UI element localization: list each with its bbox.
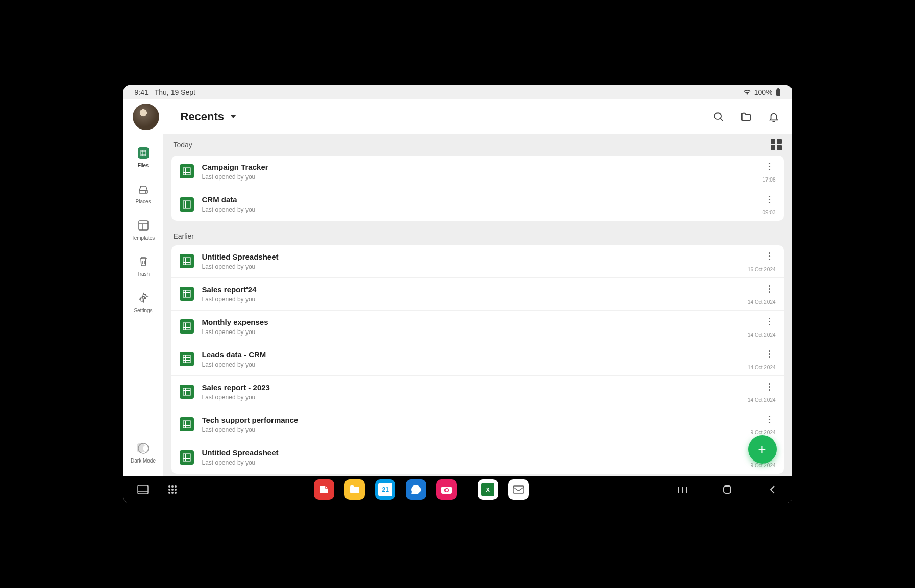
section-header: Earlier [163,227,792,245]
battery-icon [776,88,781,96]
svg-line-3 [720,118,723,121]
svg-rect-43 [183,421,190,428]
svg-point-9 [145,191,146,192]
svg-point-57 [171,489,174,491]
file-subtitle: Last opened by you [202,206,763,213]
add-button[interactable]: + [748,435,777,464]
file-row[interactable]: Sales report - 2023Last opened by you14 … [171,376,784,408]
more-options-button[interactable] [763,414,776,426]
sidebar-item-files[interactable]: Files [128,143,159,170]
file-row[interactable]: Monthly expensesLast opened by you14 Oct… [171,311,784,343]
dock-toggle-icon[interactable] [136,482,150,497]
sidebar-item-settings[interactable]: Settings [128,288,159,315]
view-selector[interactable]: Recents [181,110,237,123]
dock-app-camera[interactable] [436,479,457,500]
spreadsheet-file-icon [180,417,194,431]
recents-nav-button[interactable] [675,482,689,497]
svg-rect-23 [183,258,190,265]
svg-rect-47 [183,454,190,461]
sidebar-item-label: Settings [134,308,152,313]
sidebar-item-label: Files [138,163,149,168]
file-date: 14 Oct 2024 [748,299,775,305]
app-container: Recents [123,99,792,476]
body: Files Places Templates [123,134,792,476]
file-subtitle: Last opened by you [202,426,751,433]
svg-rect-0 [776,89,780,96]
chevron-down-icon [230,115,236,118]
svg-rect-51 [138,485,148,494]
screen: 9:41 Thu, 19 Sept 100% [123,85,792,503]
sidebar-item-label: Dark Mode [131,458,156,464]
svg-rect-10 [139,221,148,230]
plus-icon: + [758,441,766,457]
top-bar: Recents [123,99,792,134]
sidebar-item-darkmode[interactable]: Dark Mode [128,439,159,466]
svg-point-60 [171,492,174,494]
dock-app-messages[interactable] [406,479,426,500]
file-row[interactable]: Campaign TrackerLast opened by you17:08 [171,156,784,188]
file-subtitle: Last opened by you [202,173,763,181]
more-options-button[interactable] [763,161,776,173]
file-title: Leads data - CRM [202,350,748,359]
dock-app-files[interactable] [344,479,365,500]
svg-rect-35 [183,355,190,363]
status-bar: 9:41 Thu, 19 Sept 100% [123,85,792,99]
sidebar-item-places[interactable]: Places [128,180,159,207]
file-row[interactable]: Untitled SpreadsheetLast opened by you16… [171,245,784,278]
more-options-button[interactable] [763,381,776,393]
dock-app-mail[interactable] [508,479,529,500]
svg-rect-1 [777,88,779,90]
svg-point-13 [142,296,145,299]
svg-rect-27 [183,290,190,297]
spreadsheet-file-icon [180,164,194,178]
content-area[interactable]: TodayCampaign TrackerLast opened by you1… [163,134,792,476]
svg-point-61 [175,492,177,494]
spreadsheet-file-icon [180,197,194,212]
more-options-button[interactable] [763,283,776,295]
svg-point-58 [175,489,177,491]
more-options-button[interactable] [763,348,776,361]
spreadsheet-file-icon [180,254,194,268]
file-row[interactable]: Tech support performanceLast opened by y… [171,408,784,441]
notifications-button[interactable] [764,108,783,126]
more-options-button[interactable] [763,316,776,328]
section-header: Today [163,134,792,156]
file-row[interactable]: Leads data - CRMLast opened by you14 Oct… [171,343,784,376]
svg-point-2 [714,113,721,119]
svg-point-64 [446,489,448,491]
grid-view-toggle[interactable] [771,139,782,150]
sidebar-item-label: Templates [132,235,155,241]
more-options-button[interactable] [763,193,776,206]
file-title: CRM data [202,195,763,204]
dock-app-1[interactable] [314,479,334,500]
file-subtitle: Last opened by you [202,328,748,336]
dock-app-calendar[interactable]: 21 [375,479,395,500]
sidebar-item-label: Places [135,199,151,204]
file-title: Monthly expenses [202,318,748,326]
file-row[interactable]: Untitled SpreadsheetLast opened by you9 … [171,441,784,474]
wifi-icon [743,89,751,95]
tablet-frame: 9:41 Thu, 19 Sept 100% [108,70,807,519]
templates-icon [136,218,151,233]
spreadsheet-file-icon [180,287,194,301]
section-title: Earlier [174,232,194,240]
folder-button[interactable] [737,108,755,126]
file-date: 09:03 [762,210,775,215]
back-nav-button[interactable] [765,482,779,497]
avatar[interactable] [133,104,159,130]
more-options-button[interactable] [763,250,776,263]
sidebar-item-trash[interactable]: Trash [128,252,159,279]
file-title: Sales report - 2023 [202,383,748,392]
search-button[interactable] [709,108,728,126]
apps-grid-icon[interactable] [165,482,180,497]
home-nav-button[interactable] [720,482,734,497]
section-title: Today [174,141,192,149]
file-title: Campaign Tracker [202,163,763,171]
svg-rect-39 [183,388,190,395]
file-row[interactable]: CRM dataLast opened by you09:03 [171,188,784,221]
file-date: 9 Oct 2024 [751,430,776,436]
file-row[interactable]: Sales report'24Last opened by you14 Oct … [171,278,784,311]
sidebar-item-templates[interactable]: Templates [128,216,159,243]
dock-app-sheets[interactable]: X [478,479,498,500]
svg-rect-69 [724,486,731,493]
